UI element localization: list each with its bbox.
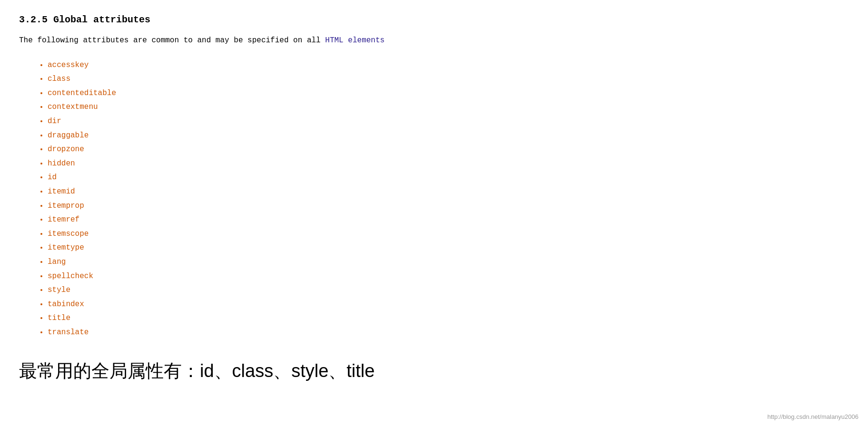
list-item: tabindex — [48, 298, 849, 312]
attribute-link[interactable]: class — [48, 75, 70, 83]
watermark: http://blog.csdn.net/malanyu2006 — [767, 413, 858, 420]
list-item: itemprop — [48, 199, 849, 213]
attribute-link[interactable]: accesskey — [48, 61, 89, 69]
list-item: hidden — [48, 157, 849, 171]
attribute-link[interactable]: itemprop — [48, 202, 84, 210]
html-elements-link[interactable]: HTML elements — [325, 36, 385, 45]
attributes-list: accesskeyclasscontenteditablecontextmenu… — [19, 58, 849, 340]
list-item: title — [48, 311, 849, 326]
attribute-link[interactable]: style — [48, 286, 70, 294]
list-item: contenteditable — [48, 87, 849, 101]
attribute-link[interactable]: tabindex — [48, 300, 84, 309]
list-item: style — [48, 283, 849, 298]
section-heading: 3.2.5 Global attributes — [19, 14, 849, 25]
intro-paragraph: The following attributes are common to a… — [19, 35, 849, 47]
attribute-link[interactable]: spellcheck — [48, 272, 93, 281]
attribute-link[interactable]: dropzone — [48, 145, 84, 154]
list-item: itemtype — [48, 241, 849, 255]
attribute-link[interactable]: itemtype — [48, 243, 84, 252]
attribute-link[interactable]: contextmenu — [48, 103, 98, 111]
list-item: itemid — [48, 185, 849, 199]
intro-text-before: The following attributes are common to a… — [19, 36, 325, 45]
list-item: lang — [48, 255, 849, 270]
attribute-link[interactable]: translate — [48, 328, 89, 337]
attribute-link[interactable]: draggable — [48, 131, 89, 140]
attribute-link[interactable]: hidden — [48, 159, 75, 168]
attribute-link[interactable]: dir — [48, 117, 61, 126]
attribute-link[interactable]: title — [48, 314, 70, 322]
attribute-link[interactable]: lang — [48, 258, 66, 266]
attribute-link[interactable]: itemref — [48, 215, 79, 224]
attribute-link[interactable]: itemid — [48, 187, 75, 196]
list-item: accesskey — [48, 58, 849, 73]
list-item: draggable — [48, 129, 849, 143]
attribute-link[interactable]: itemscope — [48, 230, 89, 238]
attribute-link[interactable]: contenteditable — [48, 89, 116, 97]
attribute-link[interactable]: id — [48, 173, 57, 182]
list-item: class — [48, 72, 849, 87]
list-item: itemref — [48, 213, 849, 227]
list-item: dropzone — [48, 143, 849, 157]
list-item: dir — [48, 115, 849, 129]
list-item: spellcheck — [48, 270, 849, 284]
list-item: id — [48, 171, 849, 185]
list-item: translate — [48, 326, 849, 340]
list-item: contextmenu — [48, 100, 849, 115]
list-item: itemscope — [48, 227, 849, 242]
chinese-summary: 最常用的全局属性有：id、class、style、title — [19, 358, 849, 384]
